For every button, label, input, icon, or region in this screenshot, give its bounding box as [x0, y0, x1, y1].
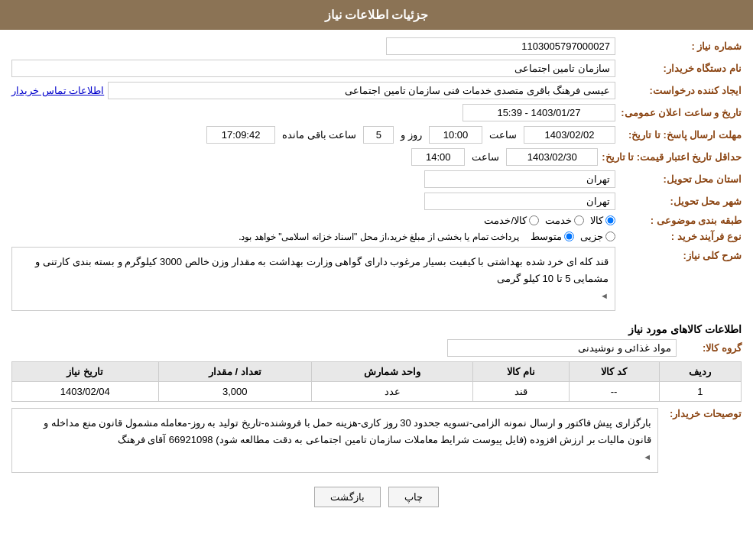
buyer-org-row: نام دستگاه خریدار: سازمان تامین اجتماعی [11, 60, 742, 77]
price-time-label: ساعت [472, 151, 499, 163]
contact-link[interactable]: اطلاعات تماس خریدار [11, 85, 104, 96]
col-header-date: تاریخ نیاز [12, 362, 159, 382]
cell-date-0: 1403/02/04 [12, 382, 159, 402]
cell-qty-0: 3,000 [158, 382, 311, 402]
goods-group-label: گروه کالا: [680, 342, 742, 354]
col-header-unit: واحد شمارش [311, 362, 472, 382]
price-time-value: 14:00 [411, 148, 465, 166]
city-value: تهران [424, 193, 615, 210]
back-button[interactable]: بازگشت [314, 487, 381, 507]
process-note: پرداخت تمام یا بخشی از مبلغ خرید،از محل … [239, 231, 519, 242]
col-header-name: نام کالا [473, 362, 569, 382]
city-row: شهر محل تحویل: تهران [11, 193, 742, 210]
response-date-value: 1403/02/02 [524, 126, 615, 144]
category-options: کالا خدمت کالا/خدمت [484, 215, 615, 226]
price-validity-row: حداقل تاریخ اعتبار قیمت: تا تاریخ: 1403/… [11, 148, 742, 166]
goods-table: ردیف کد کالا نام کالا واحد شمارش تعداد /… [11, 361, 742, 402]
price-date-value: 1403/02/30 [506, 148, 598, 166]
need-number-row: شماره نیاز : 1103005797000027 [11, 37, 742, 55]
process-type-row: نوع فرآیند خرید : جزیی متوسط پرداخت تمام… [11, 231, 742, 242]
cell-unit-0: عدد [311, 382, 472, 402]
remaining-value: 17:09:42 [206, 126, 275, 144]
print-button[interactable]: چاپ [388, 487, 439, 507]
col-header-qty: تعداد / مقدار [158, 362, 311, 382]
goods-group-row: گروه کالا: مواد غذائی و نوشیدنی [11, 339, 742, 357]
announce-date-label: تاریخ و ساعت اعلان عمومی: [619, 107, 742, 118]
process-label: نوع فرآیند خرید : [619, 231, 742, 242]
response-time-value: 10:00 [429, 126, 482, 144]
notes-section: توصیحات خریدار: بارگزاری پیش فاکتور و ار… [11, 408, 742, 478]
creator-label: ایجاد کننده درخواست: [619, 85, 742, 96]
need-number-value: 1103005797000027 [386, 37, 615, 55]
cell-code-0: -- [569, 382, 659, 402]
button-row: چاپ بازگشت [11, 487, 742, 507]
process-option-motavasset[interactable]: متوسط [531, 231, 574, 242]
remaining-label: ساعت باقی مانده [282, 129, 356, 141]
announce-date-value: 1403/01/27 - 15:39 [463, 104, 615, 121]
description-arrow: ◄ [600, 291, 609, 300]
notes-container: بارگزاری پیش فاکتور و ارسال نمونه الزامی… [11, 408, 658, 478]
description-label: شرح کلی نیاز: [619, 247, 742, 261]
creator-row: ایجاد کننده درخواست: عیسی فرهنگ باقری مت… [11, 82, 742, 99]
description-value: قند کله ای خرد شده بهداشتی با کیفیت بسیا… [11, 247, 615, 311]
creator-value: عیسی فرهنگ باقری متصدی خدمات فنی سازمان … [108, 82, 615, 99]
process-option-jozi[interactable]: جزیی [580, 231, 615, 242]
description-container: قند کله ای خرد شده بهداشتی با کیفیت بسیا… [11, 247, 615, 317]
price-validity-label: حداقل تاریخ اعتبار قیمت: تا تاریخ: [602, 151, 742, 163]
goods-info-title: اطلاعات کالاهای مورد نیاز [11, 323, 742, 335]
category-option-kala-khedmat[interactable]: کالا/خدمت [484, 215, 539, 226]
category-row: طبقه بندی موضوعی : کالا خدمت کالا/خدمت [11, 215, 742, 226]
category-option-kala[interactable]: کالا [590, 215, 615, 226]
province-row: استان محل تحویل: تهران [11, 170, 742, 188]
process-options: جزیی متوسط [531, 231, 615, 242]
table-row: 1 -- قند عدد 3,000 1403/02/04 [12, 382, 742, 402]
col-header-row: ردیف [659, 362, 741, 382]
main-content: شماره نیاز : 1103005797000027 نام دستگاه… [11, 37, 742, 507]
buyer-org-label: نام دستگاه خریدار: [619, 63, 742, 74]
response-day-label: روز و [401, 129, 422, 141]
response-time-label: ساعت [489, 129, 517, 141]
page-header: جزئیات اطلاعات نیاز [0, 0, 753, 30]
province-label: استان محل تحویل: [619, 173, 742, 185]
response-day-value: 5 [363, 126, 394, 144]
col-header-code: کد کالا [569, 362, 659, 382]
need-number-label: شماره نیاز : [619, 40, 742, 52]
announce-date-row: تاریخ و ساعت اعلان عمومی: 1403/01/27 - 1… [11, 104, 742, 121]
category-option-khedmat[interactable]: خدمت [545, 215, 584, 226]
notes-arrow: ◄ [643, 452, 651, 461]
province-value: تهران [424, 170, 615, 188]
table-header-row: ردیف کد کالا نام کالا واحد شمارش تعداد /… [12, 362, 742, 382]
cell-row-0: 1 [659, 382, 741, 402]
city-label: شهر محل تحویل: [619, 196, 742, 207]
response-deadline-row: مهلت ارسال پاسخ: تا تاریخ: 1403/02/02 سا… [11, 126, 742, 144]
header-title: جزئیات اطلاعات نیاز [325, 8, 429, 21]
buyer-org-value: سازمان تامین اجتماعی [11, 60, 615, 77]
category-label: طبقه بندی موضوعی : [619, 215, 742, 226]
buyer-notes-label: توصیحات خریدار: [670, 408, 742, 419]
description-row: شرح کلی نیاز: قند کله ای خرد شده بهداشتی… [11, 247, 742, 317]
page-container: جزئیات اطلاعات نیاز شماره نیاز : 1103005… [0, 0, 753, 560]
cell-name-0: قند [473, 382, 569, 402]
buyer-notes-value: بارگزاری پیش فاکتور و ارسال نمونه الزامی… [11, 408, 658, 472]
response-deadline-label: مهلت ارسال پاسخ: تا تاریخ: [619, 129, 742, 141]
content-area: شماره نیاز : 1103005797000027 نام دستگاه… [0, 30, 753, 523]
goods-group-value: مواد غذائی و نوشیدنی [447, 339, 677, 357]
